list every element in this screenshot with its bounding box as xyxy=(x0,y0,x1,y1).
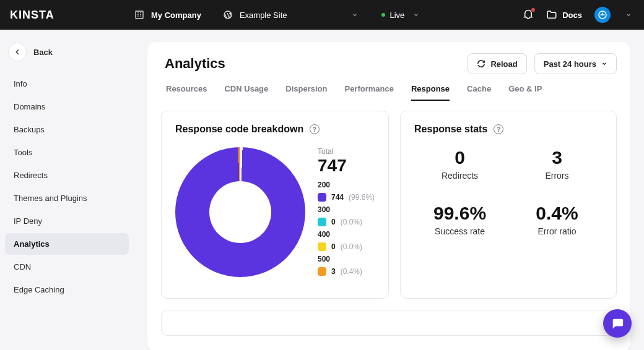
sidebar-item-themes[interactable]: Themes and Plugins xyxy=(5,187,129,209)
stat-redirects: 0 Redirects xyxy=(414,147,505,181)
tabs: Resources CDN Usage Dispersion Performan… xyxy=(166,84,617,101)
back-label: Back xyxy=(33,48,53,57)
sidebar-item-info[interactable]: Info xyxy=(5,73,129,95)
site-selector[interactable]: Example Site xyxy=(240,11,287,20)
company-icon xyxy=(134,9,145,20)
chevron-down-icon[interactable] xyxy=(411,9,422,20)
top-right-actions: Docs xyxy=(523,7,634,23)
brand-logo[interactable]: KINSTA xyxy=(10,9,134,22)
notifications-button[interactable] xyxy=(523,9,534,20)
legend-row: 0 (0.0%) xyxy=(318,218,375,226)
chat-fab[interactable] xyxy=(603,309,632,338)
response-stats-panel: Response stats ? 0 Redirects 3 Errors xyxy=(400,111,617,299)
wordpress-icon xyxy=(222,9,233,20)
swatch xyxy=(318,242,326,251)
tab-resources[interactable]: Resources xyxy=(166,84,207,101)
page-title: Analytics xyxy=(165,56,225,72)
breadcrumb: My Company Example Site Live xyxy=(134,9,523,20)
live-status-dot xyxy=(381,13,385,17)
chevron-down-icon[interactable] xyxy=(349,9,360,20)
svg-rect-0 xyxy=(136,11,143,19)
swatch xyxy=(318,267,326,276)
stat-errors: 3 Errors xyxy=(511,147,603,181)
folder-icon xyxy=(546,9,557,20)
sidebar: Back Info Domains Backups Tools Redirect… xyxy=(0,30,134,350)
tab-cdnusage[interactable]: CDN Usage xyxy=(224,84,268,101)
company-selector[interactable]: My Company xyxy=(151,11,201,20)
sidebar-item-redirects[interactable]: Redirects xyxy=(5,164,129,186)
reload-icon xyxy=(477,59,485,68)
sidebar-item-analytics[interactable]: Analytics xyxy=(5,233,129,255)
tab-response[interactable]: Response xyxy=(411,84,450,101)
back-button[interactable] xyxy=(9,43,26,61)
total-label: Total xyxy=(318,147,375,156)
notification-badge xyxy=(531,8,535,12)
help-icon[interactable]: ? xyxy=(310,124,320,134)
reload-button[interactable]: Reload xyxy=(468,53,526,74)
chart-legend: Total 747 200 744 (99.6%) 300 xyxy=(318,147,375,280)
sidebar-item-cdn[interactable]: CDN xyxy=(5,256,129,278)
secondary-panel xyxy=(161,310,617,336)
sidebar-item-ipdeny[interactable]: IP Deny xyxy=(5,210,129,232)
tab-geoip[interactable]: Geo & IP xyxy=(508,84,542,101)
response-breakdown-panel: Response code breakdown ? Total 747 200 … xyxy=(161,111,389,299)
timerange-selector[interactable]: Past 24 hours xyxy=(534,53,617,74)
user-avatar[interactable] xyxy=(594,7,611,23)
legend-row: 3 (0.4%) xyxy=(318,267,375,276)
tab-cache[interactable]: Cache xyxy=(467,84,491,101)
stat-error-ratio: 0.4% Error ratio xyxy=(511,203,603,236)
sidebar-item-edge[interactable]: Edge Caching xyxy=(5,279,129,301)
chevron-down-icon xyxy=(601,61,607,67)
legend-code: 400 xyxy=(318,230,375,239)
swatch xyxy=(318,193,326,202)
env-selector[interactable]: Live xyxy=(381,11,405,20)
legend-code: 200 xyxy=(318,181,375,189)
stat-success: 99.6% Success rate xyxy=(414,203,505,236)
legend-code: 500 xyxy=(318,255,375,263)
tab-performance[interactable]: Performance xyxy=(344,84,393,101)
swatch xyxy=(318,218,326,226)
donut-chart xyxy=(175,147,305,277)
panel-title-text: Response code breakdown xyxy=(175,124,303,135)
sidebar-item-backups[interactable]: Backups xyxy=(5,119,129,140)
sidebar-item-domains[interactable]: Domains xyxy=(5,96,129,117)
help-icon[interactable]: ? xyxy=(494,124,503,134)
total-value: 747 xyxy=(318,156,375,176)
panel-title-text: Response stats xyxy=(414,124,487,135)
main-content: Analytics Reload Past 24 hours Resources… xyxy=(134,30,644,350)
legend-code: 300 xyxy=(318,205,375,214)
sidebar-item-tools[interactable]: Tools xyxy=(5,142,129,163)
top-bar: KINSTA My Company Example Site Live Docs xyxy=(0,0,644,30)
tab-dispersion[interactable]: Dispersion xyxy=(285,84,327,101)
docs-link[interactable]: Docs xyxy=(546,9,582,20)
legend-row: 744 (99.6%) xyxy=(318,193,375,202)
back-row: Back xyxy=(5,38,129,73)
page-header: Analytics Reload Past 24 hours xyxy=(161,53,617,74)
chevron-down-icon[interactable] xyxy=(623,9,634,20)
legend-row: 0 (0.0%) xyxy=(318,242,375,251)
